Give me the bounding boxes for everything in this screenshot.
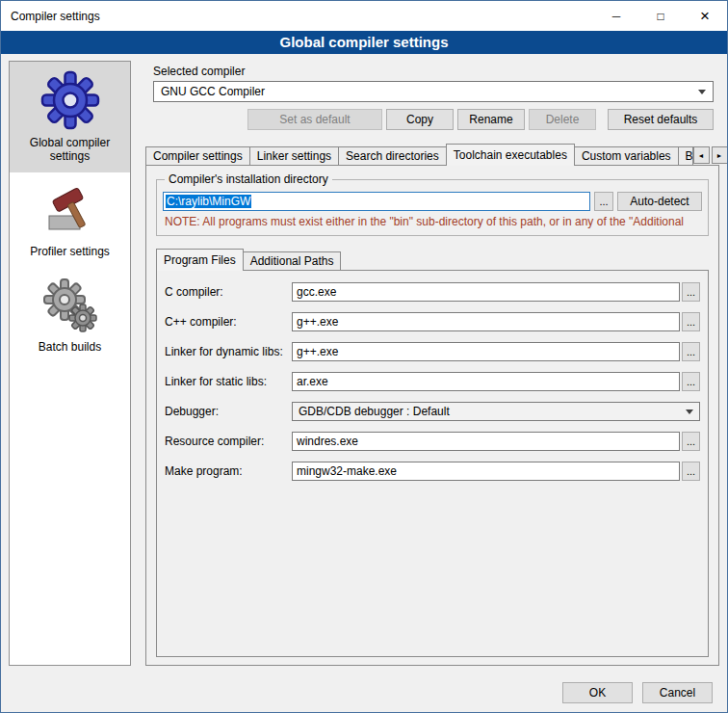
tab-scroll-left-button[interactable]: ◄	[693, 146, 710, 164]
copy-button[interactable]: Copy	[386, 109, 454, 130]
cancel-button[interactable]: Cancel	[642, 682, 713, 703]
ok-button[interactable]: OK	[562, 682, 633, 703]
program-files-panel: C compiler: gcc.exe ... C++ compiler: g+…	[156, 270, 709, 657]
browse-static-linker-button[interactable]: ...	[682, 372, 700, 391]
set-as-default-button[interactable]: Set as default	[247, 109, 382, 130]
browse-directory-button[interactable]: ...	[594, 192, 613, 211]
field-label: Resource compiler:	[165, 435, 292, 448]
field-row-dynamic-linker: Linker for dynamic libs: g++.exe ...	[165, 342, 700, 361]
field-value: gcc.exe	[297, 285, 336, 299]
sidebar-item-label: Global compiler settings	[12, 136, 128, 163]
field-value: GDB/CDB debugger : Default	[299, 405, 450, 418]
auto-detect-button[interactable]: Auto-detect	[617, 192, 702, 211]
field-value: g++.exe	[297, 345, 338, 358]
note-text: NOTE: All programs must exist either in …	[165, 215, 702, 228]
tab-build-options[interactable]: Builc	[678, 146, 693, 165]
tab-program-files[interactable]: Program Files	[156, 249, 244, 271]
arrow-right-icon: ►	[716, 152, 723, 159]
debugger-select[interactable]: GDB/CDB debugger : Default	[292, 402, 700, 421]
field-label: C++ compiler:	[165, 315, 292, 329]
field-row-cpp-compiler: C++ compiler: g++.exe ...	[165, 312, 700, 331]
tab-custom-variables[interactable]: Custom variables	[574, 146, 679, 165]
field-value: g++.exe	[297, 315, 338, 329]
gear-icon	[40, 70, 100, 130]
sidebar-item-global-compiler-settings[interactable]: Global compiler settings	[10, 62, 130, 172]
field-row-static-linker: Linker for static libs: ar.exe ...	[165, 372, 700, 391]
field-value: mingw32-make.exe	[297, 464, 397, 478]
minimize-button[interactable]: ─	[594, 1, 638, 31]
sidebar-item-profiler-settings[interactable]: Profiler settings	[10, 172, 130, 268]
field-value: ar.exe	[297, 375, 328, 388]
browse-make-program-button[interactable]: ...	[682, 462, 700, 481]
field-row-make-program: Make program: mingw32-make.exe ...	[165, 462, 700, 481]
field-row-resource-compiler: Resource compiler: windres.exe ...	[165, 432, 700, 451]
tab-scroll-buttons: ◄ ►	[693, 146, 728, 164]
maximize-button[interactable]: □	[638, 1, 683, 31]
maximize-icon: □	[657, 10, 663, 23]
program-tabs: Program Files Additional Paths	[156, 248, 711, 270]
group-title: Compiler's installation directory	[165, 172, 332, 186]
arrow-left-icon: ◄	[698, 152, 705, 159]
field-label: Debugger:	[165, 405, 292, 418]
profiler-icon	[41, 181, 99, 239]
delete-button[interactable]: Delete	[529, 109, 596, 130]
cpp-compiler-input[interactable]: g++.exe	[292, 312, 680, 331]
main-content: Selected compiler GNU GCC Compiler Set a…	[142, 59, 721, 666]
sidebar-item-label: Profiler settings	[12, 245, 128, 258]
tab-toolchain-executables[interactable]: Toolchain executables	[446, 144, 575, 166]
dialog-footer: OK Cancel	[562, 682, 713, 703]
settings-tabs: Compiler settings Linker settings Search…	[145, 143, 721, 165]
titlebar[interactable]: Compiler settings ─ □ ×	[1, 1, 727, 31]
window-controls: ─ □ ×	[594, 1, 727, 31]
compiler-select-value: GNU GCC Compiler	[161, 85, 265, 98]
close-icon: ×	[700, 8, 710, 24]
c-compiler-input[interactable]: gcc.exe	[292, 282, 680, 302]
compiler-settings-window: Compiler settings ─ □ × Global compiler …	[0, 0, 728, 713]
installation-directory-input[interactable]: C:\raylib\MinGW	[163, 192, 590, 211]
static-linker-input[interactable]: ar.exe	[292, 372, 680, 391]
tab-additional-paths[interactable]: Additional Paths	[243, 251, 342, 270]
dialog-banner: Global compiler settings	[1, 31, 727, 54]
make-program-input[interactable]: mingw32-make.exe	[292, 462, 680, 481]
sidebar-item-label: Batch builds	[12, 340, 128, 354]
close-button[interactable]: ×	[683, 1, 727, 31]
toolchain-executables-panel: Compiler's installation directory C:\ray…	[145, 165, 719, 666]
installation-directory-value: C:\raylib\MinGW	[166, 195, 251, 208]
tab-compiler-settings[interactable]: Compiler settings	[145, 146, 250, 165]
category-list: Global compiler settings Profiler settin…	[9, 61, 131, 666]
field-label: Make program:	[165, 464, 292, 478]
tab-linker-settings[interactable]: Linker settings	[249, 146, 339, 165]
tab-scroll-right-button[interactable]: ►	[712, 146, 728, 164]
browse-resource-compiler-button[interactable]: ...	[682, 432, 700, 451]
chevron-down-icon	[698, 90, 706, 94]
gears-icon	[41, 277, 99, 334]
installation-directory-group: Compiler's installation directory C:\ray…	[156, 179, 709, 236]
reset-defaults-button[interactable]: Reset defaults	[608, 109, 714, 130]
compiler-actions: Set as default Copy Rename Delete Reset …	[153, 109, 714, 130]
window-title: Compiler settings	[1, 10, 100, 23]
chevron-down-icon	[686, 409, 693, 414]
rename-button[interactable]: Rename	[457, 109, 525, 130]
dynamic-linker-input[interactable]: g++.exe	[292, 342, 680, 361]
browse-cpp-compiler-button[interactable]: ...	[682, 312, 700, 331]
field-label: C compiler:	[165, 285, 292, 299]
field-value: windres.exe	[297, 435, 358, 448]
resource-compiler-input[interactable]: windres.exe	[292, 432, 680, 451]
field-row-debugger: Debugger: GDB/CDB debugger : Default	[165, 402, 700, 421]
sidebar-item-batch-builds[interactable]: Batch builds	[10, 268, 130, 363]
browse-dynamic-linker-button[interactable]: ...	[682, 342, 700, 361]
selected-compiler-label: Selected compiler	[153, 65, 721, 78]
field-label: Linker for static libs:	[165, 375, 292, 388]
minimize-icon: ─	[612, 10, 621, 23]
tab-search-directories[interactable]: Search directories	[338, 146, 447, 165]
browse-c-compiler-button[interactable]: ...	[682, 282, 700, 302]
field-label: Linker for dynamic libs:	[165, 345, 292, 358]
field-row-c-compiler: C compiler: gcc.exe ...	[165, 282, 700, 302]
compiler-select[interactable]: GNU GCC Compiler	[153, 81, 714, 102]
